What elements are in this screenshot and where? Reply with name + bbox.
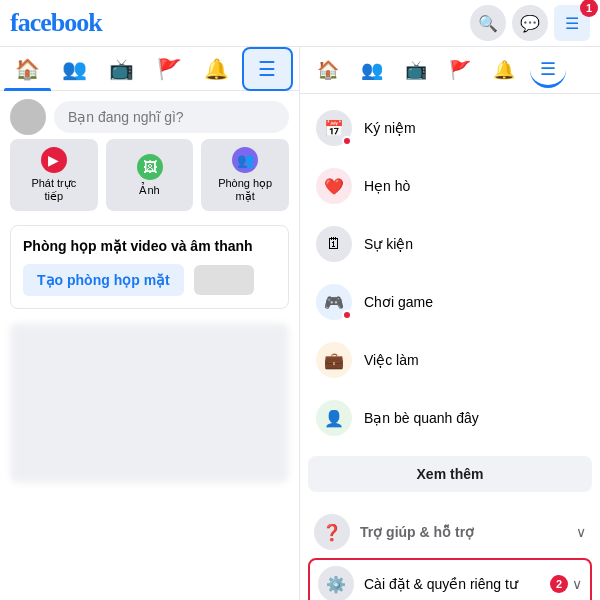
room-preview [194, 265, 254, 295]
room-button[interactable]: 👥 Phòng họpmặt [201, 139, 289, 211]
menu-item-su-kien[interactable]: 🗓 Sự kiện [308, 216, 592, 272]
action-buttons: ▶ Phát trựctiếp 🖼 Ảnh 👥 Phòng họpmặt [0, 135, 299, 219]
live-icon: ▶ [41, 147, 67, 173]
choi-game-label: Chơi game [364, 294, 433, 310]
support-icon: ❓ [314, 514, 350, 550]
ky-niem-icon: 📅 [316, 110, 352, 146]
nav-tabs: 🏠 👥 📺 🚩 🔔 ☰ [0, 47, 299, 91]
tab-flag[interactable]: 🚩 [146, 47, 193, 91]
search-button[interactable]: 🔍 [470, 5, 506, 41]
header-left: facebook [10, 8, 102, 38]
photo-label: Ảnh [139, 184, 159, 197]
right-bell-icon[interactable]: 🔔 [486, 52, 522, 88]
search-input[interactable] [68, 109, 275, 125]
tab-people[interactable]: 👥 [51, 47, 98, 91]
room-label: Phòng họpmặt [218, 177, 272, 203]
support-row[interactable]: ❓ Trợ giúp & hỗ trợ [314, 514, 474, 550]
room-icon: 👥 [232, 147, 258, 173]
su-kien-label: Sự kiện [364, 236, 413, 252]
ban-be-label: Bạn bè quanh đây [364, 410, 479, 426]
people-icon: 👥 [62, 57, 87, 81]
facebook-logo: facebook [10, 8, 102, 38]
hen-ho-label: Hẹn hò [364, 178, 410, 194]
tab-home[interactable]: 🏠 [4, 47, 51, 91]
hamburger-icon: ☰ [258, 57, 276, 81]
step2-badge: 2 [550, 575, 568, 593]
viec-lam-icon: 💼 [316, 342, 352, 378]
right-menu-icon[interactable]: ☰ [530, 52, 566, 88]
live-label: Phát trựctiếp [31, 177, 76, 203]
search-row [0, 91, 299, 135]
ky-niem-label: Ký niệm [364, 120, 416, 136]
header-right: 🔍 💬 ☰ 1 [470, 5, 590, 41]
game-dot [342, 310, 352, 320]
step1-badge: 1 [580, 0, 598, 17]
settings-label: Cài đặt & quyền riêng tư [364, 576, 518, 592]
menu-item-viec-lam[interactable]: 💼 Việc làm [308, 332, 592, 388]
settings-inner: ⚙️ Cài đặt & quyền riêng tư [318, 566, 518, 600]
messenger-button[interactable]: 💬 [512, 5, 548, 41]
home-icon: 🏠 [15, 57, 40, 81]
settings-section[interactable]: ⚙️ Cài đặt & quyền riêng tư 2 ∨ [308, 558, 592, 600]
support-section-header: ❓ Trợ giúp & hỗ trợ ∨ [300, 504, 600, 554]
settings-chevron[interactable]: ∨ [572, 576, 582, 592]
flag-icon: 🚩 [157, 57, 182, 81]
search-icon: 🔍 [478, 14, 498, 33]
ban-be-icon: 👤 [316, 400, 352, 436]
menu-item-hen-ho[interactable]: ❤️ Hẹn hò [308, 158, 592, 214]
tab-video[interactable]: 📺 [98, 47, 145, 91]
su-kien-icon: 🗓 [316, 226, 352, 262]
messenger-icon: 💬 [520, 14, 540, 33]
settings-icon: ⚙️ [318, 566, 354, 600]
photo-button[interactable]: 🖼 Ảnh [106, 139, 194, 211]
room-section-title: Phòng họp mặt video và âm thanh [23, 238, 276, 254]
right-people-icon[interactable]: 👥 [354, 52, 390, 88]
menu-item-ban-be[interactable]: 👤 Bạn bè quanh đây [308, 390, 592, 446]
bell-icon: 🔔 [204, 57, 229, 81]
left-panel: 🏠 👥 📺 🚩 🔔 ☰ [0, 47, 300, 600]
room-section: Phòng họp mặt video và âm thanh Tạo phòn… [10, 225, 289, 309]
settings-right: 2 ∨ [550, 575, 582, 593]
live-button[interactable]: ▶ Phát trựctiếp [10, 139, 98, 211]
header: facebook 🔍 💬 ☰ 1 [0, 0, 600, 47]
right-flag-icon[interactable]: 🚩 [442, 52, 478, 88]
menu-button[interactable]: ☰ 1 [554, 5, 590, 41]
right-header: 🏠 👥 📺 🚩 🔔 ☰ [300, 47, 600, 94]
menu-item-ky-niem[interactable]: 📅 Ký niệm [308, 100, 592, 156]
right-nav-icons: 🏠 👥 📺 🚩 🔔 ☰ [310, 52, 566, 88]
support-label: Trợ giúp & hỗ trợ [360, 524, 474, 540]
right-panel: 🏠 👥 📺 🚩 🔔 ☰ 📅 Ký niệm ❤️ Hẹn hò [300, 47, 600, 600]
hen-ho-icon: ❤️ [316, 168, 352, 204]
settings-row: ⚙️ Cài đặt & quyền riêng tư 2 ∨ [318, 566, 582, 600]
tab-notifications[interactable]: 🔔 [193, 47, 240, 91]
tab-menu[interactable]: ☰ [242, 47, 293, 91]
menu-item-choi-game[interactable]: 🎮 Chơi game [308, 274, 592, 330]
feed-content [10, 323, 289, 483]
see-more-button[interactable]: Xem thêm [308, 456, 592, 492]
support-chevron[interactable]: ∨ [576, 524, 586, 540]
choi-game-icon: 🎮 [316, 284, 352, 320]
right-home-icon[interactable]: 🏠 [310, 52, 346, 88]
ky-niem-dot [342, 136, 352, 146]
menu-icon: ☰ [565, 14, 579, 33]
create-room-button[interactable]: Tạo phòng họp mặt [23, 264, 184, 296]
avatar [10, 99, 46, 135]
viec-lam-label: Việc làm [364, 352, 419, 368]
right-video-icon[interactable]: 📺 [398, 52, 434, 88]
main-area: 🏠 👥 📺 🚩 🔔 ☰ [0, 47, 600, 600]
menu-list: 📅 Ký niệm ❤️ Hẹn hò 🗓 Sự kiện 🎮 Chơi gam… [300, 94, 600, 452]
video-icon: 📺 [109, 57, 134, 81]
photo-icon: 🖼 [137, 154, 163, 180]
search-box [54, 101, 289, 133]
